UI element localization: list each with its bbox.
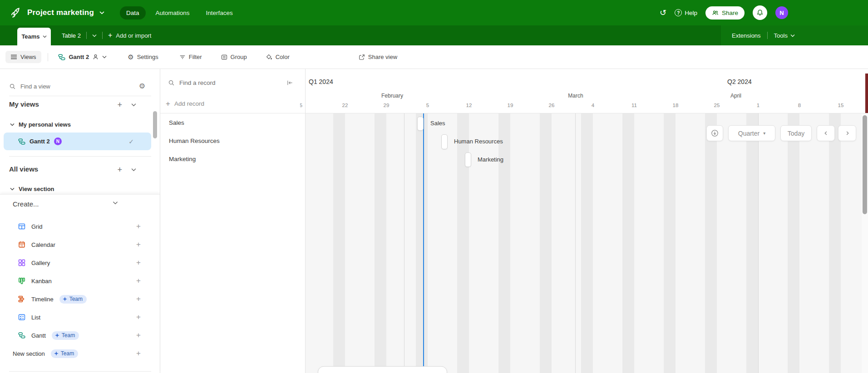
extensions-button[interactable]: Extensions (732, 32, 761, 39)
add-view-plus-button[interactable]: + (136, 331, 141, 340)
collapse-chevron-icon[interactable] (131, 103, 136, 107)
find-record-input[interactable] (179, 79, 282, 86)
prev-period-button[interactable] (817, 125, 835, 141)
add-view-plus-button[interactable]: + (136, 276, 141, 285)
team-badge: Team (51, 349, 78, 358)
month-label: February (372, 93, 413, 99)
workspace-title[interactable]: Project marketing (27, 8, 94, 17)
gantt-bar-sales[interactable] (417, 117, 424, 131)
share-view-label: Share view (368, 54, 397, 60)
create-item-timeline[interactable]: TimelineTeam+ (0, 290, 160, 308)
gallery-icon (18, 259, 25, 266)
topnav-data[interactable]: Data (120, 6, 146, 20)
horizontal-scrollbar[interactable] (318, 366, 447, 373)
collapse-chevron-icon[interactable] (113, 201, 118, 205)
view-settings-gear-icon[interactable]: ⚙ (139, 83, 145, 90)
find-view-search[interactable]: ⚙ (9, 77, 145, 95)
add-view-plus-button[interactable]: + (136, 240, 141, 249)
add-view-plus-button[interactable]: + (136, 222, 141, 231)
views-label: Views (20, 54, 36, 60)
create-item-label: Gantt (31, 332, 46, 339)
sidebar-scrollbar-thumb[interactable] (153, 111, 157, 138)
divider (9, 156, 151, 157)
tabbar-right-section: Extensions Tools (721, 25, 868, 45)
tools-label: Tools (774, 32, 788, 39)
gear-icon: ⚙ (128, 54, 133, 60)
gantt-view-icon (18, 138, 25, 145)
gantt-bar-human-resources[interactable] (441, 134, 448, 149)
filter-button[interactable]: Filter (175, 51, 207, 63)
today-button[interactable]: Today (780, 125, 812, 141)
create-item-grid[interactable]: Grid+ (0, 217, 160, 236)
share-view-icon (359, 54, 365, 60)
tab-teams[interactable]: Teams (17, 28, 51, 45)
list-icon (18, 314, 25, 321)
collapse-chevron-icon[interactable] (131, 168, 136, 172)
create-item-kanban[interactable]: Kanban+ (0, 272, 160, 290)
group-button[interactable]: Group (217, 51, 252, 63)
add-view-plus-button[interactable]: + (136, 294, 141, 304)
next-period-button[interactable] (838, 125, 856, 141)
record-row-sales[interactable]: Sales (160, 113, 300, 132)
find-record-search[interactable] (168, 75, 293, 90)
record-row-marketing[interactable]: Marketing (160, 150, 300, 168)
personal-views-section[interactable]: My personal views (10, 121, 71, 128)
gantt-view-icon (58, 54, 65, 61)
zoom-level-dropdown[interactable]: Quarter ▾ (728, 125, 775, 141)
month-gridline (575, 113, 576, 373)
topnav-interfaces[interactable]: Interfaces (200, 6, 239, 20)
add-record-button[interactable]: + Add record (166, 100, 204, 108)
gantt-bar-label: Human Resources (454, 138, 503, 145)
topnav-automations[interactable]: Automations (149, 6, 196, 20)
create-item-new-section[interactable]: New sectionTeam+ (0, 344, 160, 363)
airtable-app: Project marketing DataAutomationsInterfa… (0, 0, 868, 373)
menu-icon (11, 54, 17, 59)
record-row-human-resources[interactable]: Human Resources (160, 132, 300, 150)
rocket-icon[interactable] (8, 7, 20, 19)
jump-to-records-button[interactable] (706, 125, 723, 141)
share-view-button[interactable]: Share view (354, 51, 402, 63)
help-button[interactable]: ? Help (675, 9, 697, 16)
tab-table2[interactable]: Table 2 (62, 32, 81, 39)
collapse-panel-icon[interactable] (286, 79, 293, 86)
find-view-input[interactable] (20, 83, 134, 90)
views-button[interactable]: Views (5, 51, 41, 63)
search-icon (168, 79, 175, 86)
add-view-button[interactable]: + (117, 166, 122, 174)
chevron-down-icon (10, 187, 15, 191)
add-view-plus-button[interactable]: + (136, 349, 141, 358)
filter-label: Filter (189, 54, 202, 60)
add-view-plus-button[interactable]: + (136, 313, 141, 322)
vertical-scrollbar-thumb[interactable] (863, 115, 867, 214)
history-icon[interactable]: ↺ (660, 9, 666, 17)
table-menu-chevron-icon[interactable] (92, 34, 97, 37)
avatar[interactable]: N (775, 6, 788, 19)
all-views-header: All views (9, 165, 38, 173)
notifications-button[interactable] (753, 5, 767, 20)
create-item-gallery[interactable]: Gallery+ (0, 254, 160, 272)
gantt-bar-marketing[interactable] (465, 152, 471, 167)
view-section-clipped[interactable]: View section (10, 185, 54, 191)
create-item-list[interactable]: List+ (0, 308, 160, 326)
add-view-button[interactable]: + (117, 101, 122, 109)
filter-icon (179, 54, 186, 60)
share-button[interactable]: Share (705, 6, 745, 20)
check-icon: ✓ (128, 138, 134, 145)
add-or-import-button[interactable]: + Add or import (108, 32, 151, 39)
create-item-gantt[interactable]: GanttTeam+ (0, 326, 160, 344)
color-label: Color (276, 54, 290, 60)
color-button[interactable]: Color (261, 51, 294, 63)
search-icon (9, 83, 16, 90)
today-label: Today (788, 130, 804, 137)
add-view-plus-button[interactable]: + (136, 258, 141, 267)
date-tick: 26 (545, 103, 558, 108)
sidebar-item-gantt2[interactable]: Gantt 2 N ✓ (4, 133, 151, 150)
create-item-calendar[interactable]: 31Calendar+ (0, 236, 160, 254)
caret-down-icon: ▾ (763, 131, 765, 136)
current-view-button[interactable]: Gantt 2 (54, 51, 110, 64)
share-label: Share (722, 10, 738, 16)
tools-button[interactable]: Tools (774, 32, 795, 39)
chevron-down-icon[interactable] (99, 11, 104, 15)
date-tick: 18 (669, 103, 682, 108)
settings-button[interactable]: ⚙ Settings (123, 51, 163, 63)
